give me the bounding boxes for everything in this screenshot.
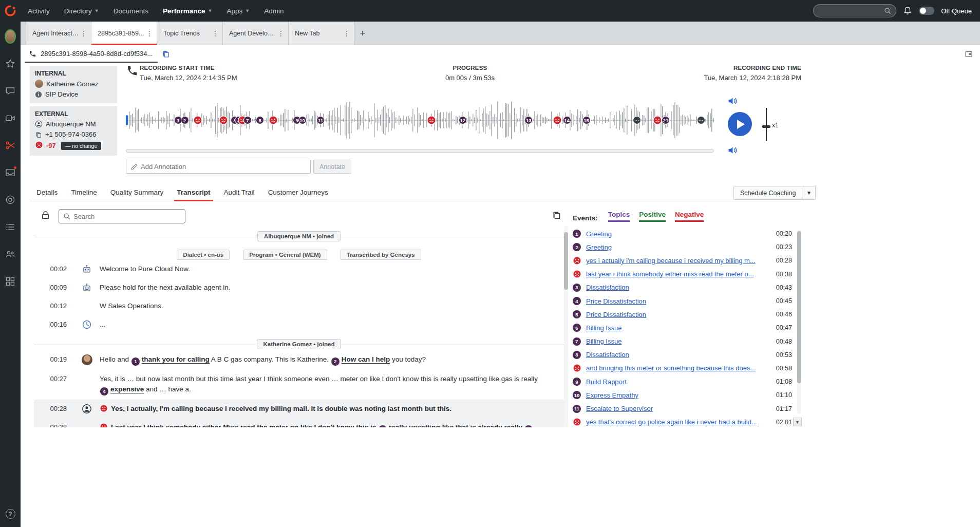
- more-markers[interactable]: ⋯: [697, 116, 705, 124]
- event-link[interactable]: Dissatisfaction: [586, 351, 768, 359]
- tab-customer-journeys[interactable]: Customer Journeys: [261, 184, 335, 201]
- topic-number-badge[interactable]: 2: [331, 357, 340, 366]
- interactions-icon[interactable]: [5, 194, 16, 205]
- tab-quality-summary[interactable]: Quality Summary: [104, 184, 171, 201]
- nav-item-documents[interactable]: Documents: [106, 0, 156, 22]
- event-row[interactable]: and bringing this meter or something bec…: [573, 362, 801, 375]
- chat-icon[interactable]: [5, 85, 16, 97]
- event-link[interactable]: yes that's correct go police again like …: [586, 418, 768, 426]
- tab-details[interactable]: Details: [30, 184, 64, 201]
- event-row[interactable]: 10Express Empathy01:10: [573, 388, 801, 402]
- tab-menu-icon[interactable]: ⋮: [276, 29, 286, 37]
- negative-sentiment-marker[interactable]: [427, 116, 436, 125]
- transcript-row[interactable]: 00:12W Sales Operations.: [34, 297, 564, 315]
- topic-marker[interactable]: 13: [524, 116, 533, 124]
- events-tab-negative[interactable]: Negative: [675, 211, 704, 222]
- event-link[interactable]: Express Empathy: [586, 391, 768, 399]
- volume-down-icon[interactable]: [727, 145, 738, 156]
- list-icon[interactable]: [5, 221, 16, 233]
- event-row[interactable]: 9Build Rapport01:08: [573, 375, 801, 388]
- video-icon[interactable]: [5, 112, 16, 124]
- topic-keyword[interactable]: expensive: [110, 385, 144, 393]
- transcript-row[interactable]: 00:09Please hold for the next available …: [34, 278, 564, 297]
- play-button[interactable]: [728, 112, 752, 136]
- topic-number-badge[interactable]: 5: [524, 425, 533, 427]
- topic-marker[interactable]: 12: [459, 116, 467, 124]
- add-tab-button[interactable]: +: [354, 22, 371, 45]
- nav-item-directory[interactable]: Directory▼: [57, 0, 106, 22]
- lock-icon[interactable]: [41, 210, 50, 220]
- internal-name[interactable]: Katherine Gomez: [46, 80, 98, 88]
- topic-keyword[interactable]: thank you for calling: [142, 355, 210, 364]
- schedule-coaching-caret[interactable]: ▼: [802, 186, 816, 200]
- interaction-id-tab[interactable]: 2895c391-8598-4a50-8d8d-cd9f534...: [25, 45, 158, 63]
- transcript-search-input[interactable]: [73, 213, 181, 220]
- topic-marker[interactable]: 21: [662, 116, 670, 124]
- copy-transcript-icon[interactable]: [552, 210, 561, 220]
- event-link[interactable]: Price Dissatisfaction: [586, 297, 768, 305]
- external-phone[interactable]: +1 505-974-0366: [45, 130, 96, 138]
- seek-bar[interactable]: [126, 149, 714, 153]
- event-link[interactable]: Billing Issue: [586, 337, 768, 345]
- topic-number-badge[interactable]: 3: [379, 425, 387, 427]
- tab-timeline[interactable]: Timeline: [64, 184, 104, 201]
- transcript-row[interactable]: 00:19Hello and 1thank you for calling A …: [34, 350, 564, 370]
- topic-keyword[interactable]: really upsetting: [389, 423, 440, 427]
- event-row[interactable]: 1Greeting00:20: [573, 227, 801, 240]
- queue-status-toggle[interactable]: [919, 7, 934, 15]
- transcript-row[interactable]: 00:02Welcome to Pure Cloud Now.: [34, 260, 564, 278]
- copy-phone-icon[interactable]: [35, 131, 42, 138]
- transcript-scrollbar[interactable]: [564, 226, 568, 427]
- negative-sentiment-marker[interactable]: [553, 116, 562, 125]
- event-row[interactable]: 6Billing Issue00:47: [573, 321, 801, 334]
- workspace-tab[interactable]: New Tab⋮: [289, 22, 354, 45]
- topic-marker[interactable]: 7: [243, 116, 252, 124]
- global-search-input[interactable]: [818, 7, 884, 14]
- annotate-button[interactable]: Annotate: [313, 160, 351, 174]
- topic-marker[interactable]: 15: [582, 116, 591, 124]
- workspace-tab[interactable]: Topic Trends⋮: [157, 22, 223, 45]
- topic-number-badge[interactable]: 4: [100, 387, 108, 396]
- tab-audit-trail[interactable]: Audit Trail: [217, 184, 261, 201]
- help-button[interactable]: ?: [0, 509, 21, 519]
- playhead[interactable]: [126, 115, 128, 125]
- playback-speed[interactable]: x1: [772, 122, 779, 129]
- event-row[interactable]: 8Dissatisfaction00:53: [573, 348, 801, 362]
- event-link[interactable]: Build Rapport: [586, 378, 768, 386]
- tab-menu-icon[interactable]: ⋮: [79, 29, 88, 37]
- negative-sentiment-marker[interactable]: [219, 116, 228, 125]
- more-markers[interactable]: ⋯: [633, 116, 641, 124]
- negative-sentiment-marker[interactable]: [193, 116, 202, 125]
- workspace-tab[interactable]: Agent Interacti...⋮: [26, 22, 91, 45]
- event-row[interactable]: 4Price Dissatisfaction00:45: [573, 294, 801, 308]
- event-link[interactable]: and bringing this meter or something bec…: [586, 364, 768, 372]
- event-row[interactable]: 11Escalate to Supervisor01:17: [573, 402, 801, 415]
- volume-slider-handle[interactable]: [762, 125, 770, 128]
- nav-item-admin[interactable]: Admin: [257, 0, 291, 22]
- negative-sentiment-marker[interactable]: [653, 116, 662, 125]
- tab-menu-icon[interactable]: ⋮: [211, 29, 220, 37]
- events-tab-topics[interactable]: Topics: [608, 211, 630, 222]
- waveform[interactable]: 1234789101112131415⋯21⋯: [126, 96, 714, 145]
- topic-marker[interactable]: 14: [563, 116, 571, 124]
- tab-menu-icon[interactable]: ⋮: [342, 29, 351, 37]
- event-link[interactable]: Greeting: [586, 230, 768, 238]
- events-scrollbar[interactable]: [797, 230, 801, 414]
- event-row[interactable]: last year i think somebody either miss r…: [573, 268, 801, 281]
- topic-marker[interactable]: 10: [298, 116, 307, 124]
- event-row[interactable]: 3Dissatisfaction00:43: [573, 281, 801, 294]
- tab-transcript[interactable]: Transcript: [170, 184, 217, 201]
- transcript-row[interactable]: 00:38Last year I think somebody either M…: [34, 418, 564, 427]
- nav-item-performance[interactable]: Performance▼: [156, 0, 219, 22]
- apps-grid-icon[interactable]: [5, 276, 16, 287]
- event-row[interactable]: 5Price Dissatisfaction00:46: [573, 308, 801, 321]
- inbox-icon[interactable]: [5, 167, 16, 178]
- topic-keyword[interactable]: How can I help: [342, 355, 390, 364]
- topic-marker[interactable]: 11: [316, 116, 325, 124]
- topic-marker[interactable]: 8: [256, 116, 264, 124]
- copy-id-icon[interactable]: [162, 50, 170, 58]
- annotation-input[interactable]: [141, 163, 306, 171]
- tab-menu-icon[interactable]: ⋮: [145, 29, 154, 37]
- transcript-row[interactable]: 00:28Yes, I actually, I'm calling becaus…: [34, 400, 564, 418]
- topic-number-badge[interactable]: 1: [131, 357, 140, 366]
